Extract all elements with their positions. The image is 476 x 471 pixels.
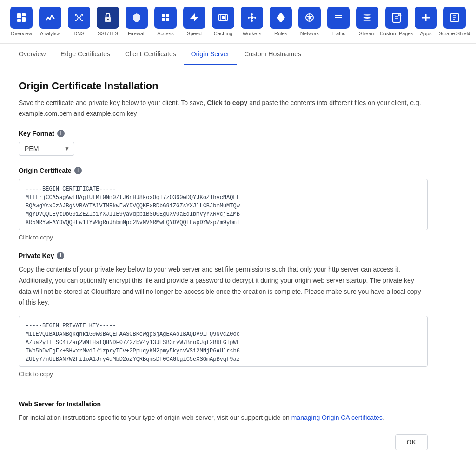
nav-item-ssl-tls[interactable]: SSL/TLS — [94, 4, 122, 40]
svg-point-29 — [254, 17, 256, 19]
description-bold: Click to copy — [207, 99, 247, 106]
svg-point-27 — [251, 16, 253, 19]
nav-item-speed[interactable]: Speed — [180, 4, 208, 40]
nav-item-caching[interactable]: Caching — [209, 4, 237, 40]
apps-icon — [415, 7, 437, 29]
nav-item-access[interactable]: Access — [152, 4, 179, 40]
svg-point-31 — [251, 20, 253, 22]
private-key-label: Private Key i — [19, 252, 428, 259]
svg-point-11 — [78, 17, 80, 19]
private-key-box: -----BEGIN PRIVATE KEY----- MIIEvQIBADAN… — [19, 316, 428, 367]
nav-item-dns[interactable]: DNS — [65, 4, 93, 40]
network-icon — [298, 7, 321, 29]
nav-item-traffic[interactable]: Traffic — [324, 4, 352, 40]
nav-item-workers[interactable]: Workers — [238, 4, 266, 40]
svg-point-9 — [75, 20, 77, 21]
nav-label-dns: DNS — [73, 31, 84, 37]
key-format-label: Key Format i — [19, 130, 428, 137]
nav-label-analytics: Analytics — [40, 31, 60, 37]
origin-certificate-copy[interactable]: Click to copy — [19, 234, 428, 241]
web-server-description: For installation instructions specific t… — [19, 412, 428, 423]
nav-item-scrape-shield[interactable]: Scrape Shield — [441, 4, 469, 40]
web-server-title: Web Server for Installation — [19, 400, 428, 408]
tab-client-certificates[interactable]: Client Certificates — [118, 44, 184, 65]
nav-label-overview: Overview — [11, 31, 32, 37]
svg-rect-20 — [162, 18, 165, 21]
origin-certificate-label: Origin Certificate i — [19, 167, 428, 174]
svg-line-14 — [77, 18, 78, 20]
private-key-info-icon[interactable]: i — [57, 252, 64, 259]
nav-item-network[interactable]: Network — [296, 4, 324, 40]
nav-label-network: Network — [300, 31, 319, 37]
key-format-info-icon[interactable]: i — [57, 130, 65, 137]
svg-point-6 — [51, 15, 53, 17]
tab-edge-certificates[interactable]: Edge Certificates — [53, 44, 118, 65]
nav-item-firewall[interactable]: Firewall — [123, 4, 151, 40]
overview-icon — [10, 7, 33, 29]
svg-rect-26 — [222, 16, 225, 19]
ok-row: OK — [19, 434, 428, 450]
svg-line-15 — [80, 18, 81, 20]
svg-point-28 — [248, 17, 250, 19]
origin-certificate-box: -----BEGIN CERTIFICATE----- MIIErjCCA5ag… — [19, 179, 428, 230]
firewall-icon — [126, 7, 148, 29]
origin-certificate-info-icon[interactable]: i — [74, 167, 82, 174]
managing-origin-ca-link[interactable]: managing Origin CA certificates — [291, 414, 383, 421]
nav-label-scrape-shield: Scrape Shield — [439, 31, 471, 37]
page-title: Origin Certificate Installation — [19, 80, 428, 92]
nav-label-workers: Workers — [243, 31, 262, 37]
tab-overview[interactable]: Overview — [11, 44, 53, 65]
rules-icon — [270, 7, 292, 29]
nav-label-ssl-tls: SSL/TLS — [98, 31, 118, 37]
access-icon — [154, 7, 177, 29]
caching-icon — [212, 7, 234, 29]
svg-rect-0 — [17, 13, 21, 18]
nav-label-caching: Caching — [214, 31, 232, 37]
private-key-copy[interactable]: Click to copy — [19, 371, 428, 378]
origin-certificate-text: Origin Certificate — [19, 167, 72, 174]
section-divider — [19, 389, 428, 389]
svg-rect-18 — [162, 14, 165, 17]
nav-item-custom-pages[interactable]: Custom Pages — [382, 4, 411, 40]
nav-item-analytics[interactable]: Analytics — [36, 4, 64, 40]
tab-custom-hostnames[interactable]: Custom Hostnames — [237, 44, 309, 65]
page-description: Save the certificate and private key bel… — [19, 98, 428, 119]
nav-item-stream[interactable]: Stream — [353, 4, 381, 40]
nav-item-overview[interactable]: Overview — [7, 4, 35, 40]
workers-icon — [241, 7, 263, 29]
ssl-tls-icon — [97, 7, 119, 29]
nav-item-apps[interactable]: Apps — [412, 4, 440, 40]
nav-label-custom-pages: Custom Pages — [380, 31, 413, 37]
stream-icon — [356, 7, 378, 29]
private-key-text: Private Key — [19, 252, 54, 259]
private-key-description: Copy the contents of your private key be… — [19, 264, 428, 308]
nav-label-apps: Apps — [420, 31, 431, 37]
nav-label-speed: Speed — [187, 31, 202, 37]
main-content: Origin Certificate Installation Save the… — [0, 65, 446, 464]
svg-point-30 — [251, 13, 253, 15]
svg-marker-36 — [277, 13, 285, 22]
traffic-icon — [327, 7, 350, 29]
description-prefix: Save the certificate and private key bel… — [19, 99, 207, 106]
svg-point-5 — [49, 18, 51, 20]
key-format-select[interactable]: PEM PKCS#12 DER — [19, 142, 74, 156]
svg-rect-2 — [17, 19, 21, 22]
key-format-select-wrapper: PEM PKCS#12 DER ▼ — [19, 142, 74, 156]
speed-icon — [183, 7, 205, 29]
dns-icon — [68, 7, 90, 29]
nav-label-access: Access — [157, 31, 173, 37]
svg-rect-19 — [166, 14, 169, 17]
svg-point-8 — [81, 14, 83, 16]
web-server-desc-prefix: For installation instructions specific t… — [19, 414, 291, 421]
web-server-desc-suffix: . — [383, 414, 384, 421]
ok-button[interactable]: OK — [395, 434, 428, 450]
svg-line-12 — [77, 15, 78, 18]
nav-label-rules: Rules — [274, 31, 287, 37]
svg-point-7 — [75, 14, 77, 16]
scrape-shield-icon — [443, 7, 466, 29]
nav-label-traffic: Traffic — [331, 31, 345, 37]
top-navigation: Overview Analytics DNS SSL/TLS Firewall … — [0, 0, 476, 44]
svg-point-17 — [107, 19, 109, 20]
tab-origin-server[interactable]: Origin Server — [184, 44, 237, 65]
nav-item-rules[interactable]: Rules — [267, 4, 295, 40]
